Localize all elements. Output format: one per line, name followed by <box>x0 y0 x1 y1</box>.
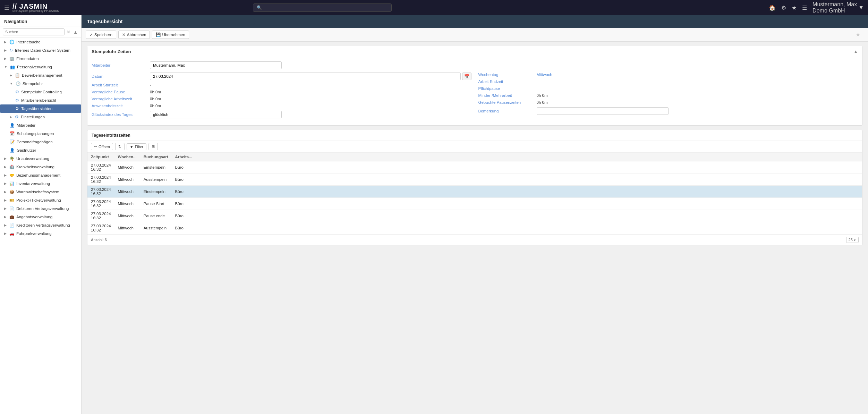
wochentag-value: Mittwoch <box>537 73 858 77</box>
arrow-icon: ▶ <box>4 174 7 177</box>
table-row[interactable]: 27.03.2024 16:32 Mittwoch Ausstempeln Bü… <box>87 222 862 234</box>
apply-button[interactable]: 💾 Übernehmen <box>152 31 189 39</box>
sidebar-item-inventarverwaltung[interactable]: ▶ 📊 Inventarverwaltung <box>0 179 81 188</box>
sidebar-item-warenwirtschaftssystem[interactable]: ▶ 📦 Warenwirtschaftssystem <box>0 188 81 196</box>
sidebar-item-mitarbeiteruebersicht[interactable]: ⚙ Mitarbeiterübersicht <box>0 96 81 104</box>
form-section-title: Stempeluhr Zeiten <box>92 49 131 54</box>
sidebar-item-beziehungsmanagement[interactable]: ▶ 🤝 Beziehungsmanagement <box>0 171 81 179</box>
arrow-icon: ▶ <box>10 115 12 119</box>
nav-label: Urlaubsverwaltung <box>16 157 49 161</box>
sidebar-item-internetsuche[interactable]: ▶ 🌐 Internetsuche <box>0 38 81 46</box>
table-row[interactable]: 27.03.2024 16:32 Mittwoch Ausstempeln Bü… <box>87 174 862 186</box>
sidebar-item-personalverwaltung[interactable]: ▼ 👥 Personalverwaltung <box>0 63 81 71</box>
nav-label: Fuhrparkverwaltung <box>16 231 52 236</box>
cell-arbeitsort: Büro <box>172 161 196 174</box>
logo: // JASMIN ERP-System powered by PP-CATIO… <box>12 3 59 12</box>
nav-icon: 📦 <box>9 189 14 194</box>
form-grid: Datum 📅 Arbeit Startzeit - <box>92 73 858 121</box>
nav-icon: 👤 <box>10 148 15 153</box>
form-row-vertragliche-arbeitszeit: Vertragliche Arbeitszeit 0h 0m <box>92 97 471 101</box>
col-zeitpunkt[interactable]: Zeitpunkt <box>87 153 114 161</box>
cell-arbeitsort: Büro <box>172 210 196 222</box>
menu-icon[interactable]: ☰ <box>802 5 807 11</box>
nav-icon: 🌴 <box>9 156 14 161</box>
favorite-button[interactable]: ★ <box>852 30 864 39</box>
sidebar-search-clear-button[interactable]: ✕ <box>66 29 71 35</box>
save-icon: ✓ <box>90 32 93 37</box>
nav-icon: 🏢 <box>9 56 14 61</box>
arbeit-startzeit-value: - <box>150 83 471 87</box>
sidebar-item-debitorenverwaltung[interactable]: ▶ 📄 Debitoren Vertragsverwaltung <box>0 204 81 213</box>
grid-view-button[interactable]: ⊞ <box>148 143 158 150</box>
form-left-col: Datum 📅 Arbeit Startzeit - <box>92 73 471 121</box>
global-search-bar[interactable]: 🔍 <box>253 3 392 12</box>
sidebar-item-urlaubsverwaltung[interactable]: ▶ 🌴 Urlaubsverwaltung <box>0 154 81 163</box>
sidebar-item-tagesuebersichten[interactable]: ⚙ Tagesübersichten <box>0 104 81 113</box>
nav-label: Internes Daten Crawler System <box>15 48 70 52</box>
form-row-gebuchte-pausenzeiten: Gebuchte Pausenzeiten 0h 0m <box>478 100 858 104</box>
refresh-button[interactable]: ↻ <box>115 143 125 150</box>
page-size-selector[interactable]: 25 <box>846 237 859 243</box>
vertragliche-pause-label: Vertragliche Pause <box>92 90 147 94</box>
arrow-icon: ▶ <box>4 198 7 202</box>
datum-input[interactable] <box>150 73 461 80</box>
sidebar-search-input[interactable] <box>3 28 65 35</box>
table-row[interactable]: 27.03.2024 16:32 Mittwoch Pause Start Bü… <box>87 198 862 210</box>
col-wochentag[interactable]: Wochen... <box>114 153 140 161</box>
col-arbeitsort[interactable]: Arbeits... <box>172 153 196 161</box>
main-layout: Navigation ✕ ▲ ▶ 🌐 Internetsuche ▶ ↻ Int… <box>0 15 868 414</box>
nav-icon: ↻ <box>9 48 13 53</box>
sidebar-item-schulungsplanungen[interactable]: 📅 Schulungsplanungen <box>0 129 81 138</box>
nav-label: Gastnutzer <box>17 148 36 152</box>
toolbar: ✓ Speichern ✕ Abbrechen 💾 Übernehmen ★ <box>82 28 868 42</box>
glucksindex-input[interactable] <box>150 111 282 118</box>
bemerkung-input[interactable] <box>537 107 669 115</box>
sidebar-item-firmendaten[interactable]: ▶ 🏢 Firmendaten <box>0 54 81 63</box>
sidebar-item-crawler[interactable]: ▶ ↻ Internes Daten Crawler System <box>0 46 81 54</box>
vertragliche-pause-value: 0h 0m <box>150 90 471 94</box>
sidebar-item-fuhrparkverwaltung[interactable]: ▶ 🚗 Fuhrparkverwaltung <box>0 229 81 238</box>
arrow-icon: ▶ <box>4 223 7 227</box>
sidebar-item-einstellungen[interactable]: ▶ ⚙ Einstellungen <box>0 113 81 121</box>
collapse-button[interactable]: ▲ <box>853 49 858 54</box>
sidebar-item-bewerbermanagement[interactable]: ▶ 📋 Bewerbermanagement <box>0 71 81 79</box>
settings-icon[interactable]: ⚙ <box>781 5 786 11</box>
favorites-icon[interactable]: ★ <box>792 5 797 11</box>
sidebar-item-mitarbeiter[interactable]: 👤 Mitarbeiter <box>0 121 81 129</box>
sidebar-item-angebotsverwaltung[interactable]: ▶ 💼 Angebotsverwaltung <box>0 213 81 221</box>
save-button[interactable]: ✓ Speichern <box>86 31 116 39</box>
open-button[interactable]: ✏ Öffnen <box>91 143 113 150</box>
table-row[interactable]: 27.03.2024 16:32 Mittwoch Einstempeln Bü… <box>87 186 862 198</box>
calendar-button[interactable]: 📅 <box>462 73 471 80</box>
nav-label: Internetsuche <box>16 40 41 44</box>
global-search-input[interactable] <box>264 5 388 10</box>
sidebar-item-projektverwaltung[interactable]: ▶ 🎫 Projekt-/Ticketverwaltung <box>0 196 81 204</box>
nav-icon: 🎫 <box>9 198 14 203</box>
sidebar-item-kreditorenverwaltung[interactable]: ▶ 📄 Kreditoren Vertragsverwaltung <box>0 221 81 229</box>
sidebar-item-personalfrageboegen[interactable]: 📝 Personalfragebögen <box>0 138 81 146</box>
cell-wochentag: Mittwoch <box>114 186 140 198</box>
sidebar-search-expand-button[interactable]: ▲ <box>73 29 78 35</box>
arrow-icon: ▶ <box>4 57 7 60</box>
sidebar-item-stempeluhr-controlling[interactable]: ⚙ Stempeluhr Controlling <box>0 88 81 96</box>
cancel-button[interactable]: ✕ Abbrechen <box>118 31 150 39</box>
nav-label: Debitoren Vertragsverwaltung <box>16 206 69 211</box>
col-buchungsart[interactable]: Buchungsart <box>140 153 172 161</box>
datum-input-group: 📅 <box>150 73 471 80</box>
form-row-arbeit-startzeit: Arbeit Startzeit - <box>92 83 471 87</box>
page-size-badge[interactable]: 25 <box>846 237 859 243</box>
sidebar-item-gastnutzer[interactable]: 👤 Gastnutzer <box>0 146 81 154</box>
hamburger-menu-icon[interactable]: ☰ <box>4 5 9 11</box>
table-row[interactable]: 27.03.2024 16:32 Mittwoch Pause ende Bür… <box>87 210 862 222</box>
mitarbeiter-input[interactable] <box>150 61 282 69</box>
cell-buchungsart: Einstempeln <box>140 186 172 198</box>
table-row[interactable]: 27.03.2024 16:32 Mittwoch Einstempeln Bü… <box>87 161 862 174</box>
sidebar-item-stempeluhr[interactable]: ▼ 🕐 Stempeluhr <box>0 79 81 88</box>
cell-wochentag: Mittwoch <box>114 222 140 234</box>
arrow-icon: ▶ <box>4 49 7 52</box>
sidebar-item-krankheitsverwaltung[interactable]: ▶ 🏥 Krankheitsverwaltung <box>0 163 81 171</box>
user-info[interactable]: Mustermann, MaxDemo GmbH ▼ <box>812 1 864 14</box>
home-icon[interactable]: 🏠 <box>769 5 776 11</box>
user-name: Mustermann, MaxDemo GmbH <box>812 1 857 14</box>
filter-button[interactable]: ▼ Filter <box>127 143 146 150</box>
